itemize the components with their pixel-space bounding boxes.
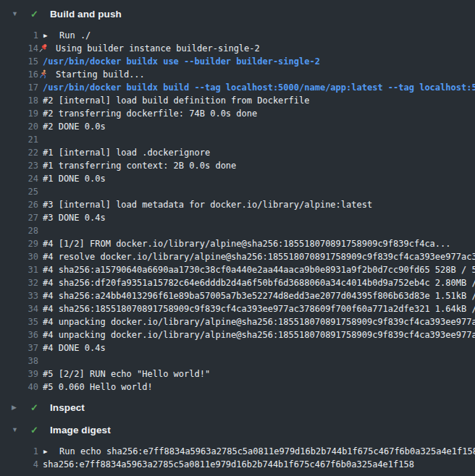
log-text: #4 sha256:a24bb4013296f61e89ba57005a7b3e… <box>43 289 475 302</box>
log-line: 29 #4 [1/2] FROM docker.io/library/alpin… <box>0 237 475 250</box>
run-group-chevron-icon[interactable]: ▶ <box>43 29 50 42</box>
log-line: 21 <box>0 133 475 146</box>
line-number[interactable]: 31 <box>0 263 38 276</box>
log-line: 34 #4 sha256:185518070891758909c9f839cf4… <box>0 302 475 315</box>
line-number[interactable]: 37 <box>0 341 38 354</box>
log-line: 20 #2 DONE 0.0s <box>0 120 475 133</box>
line-number[interactable]: 4 <box>0 458 38 471</box>
line-number[interactable]: 34 <box>0 302 38 315</box>
log-line: 36 #4 unpacking docker.io/library/alpine… <box>0 328 475 341</box>
log-text: #5 [2/2] RUN echo "Hello world!" <box>43 367 210 381</box>
line-number[interactable]: 27 <box>0 211 38 224</box>
log-line: 38 <box>0 354 475 367</box>
line-number[interactable]: 39 <box>0 367 38 381</box>
log-line: 22 #1 [internal] load .dockerignore <box>0 146 475 159</box>
log-section: ▼ ✓ Image digest 1 ▶Run echo sha256:e7ff… <box>0 420 475 471</box>
log-text: #3 DONE 0.4s <box>43 211 106 224</box>
line-number[interactable]: 35 <box>0 315 38 328</box>
log-line: 18 #2 [internal] load build definition f… <box>0 94 475 107</box>
actions-log-viewer: ▼ ✓ Build and push 1 ▶Run ./ 14 Using bu… <box>0 0 475 471</box>
log-text: #1 DONE 0.0s <box>43 172 106 185</box>
line-number[interactable]: 16 <box>0 68 38 81</box>
line-number[interactable]: 30 <box>0 250 38 263</box>
log-text: #2 transferring dockerfile: 74B 0.0s don… <box>43 107 257 120</box>
runner-icon <box>38 69 48 79</box>
log-text: Starting build... <box>56 68 145 81</box>
expand-toggle-icon[interactable]: ▶ <box>12 404 20 411</box>
log-text: #5 0.060 Hello world! <box>43 381 153 394</box>
log-line: 24 #1 DONE 0.0s <box>0 172 475 185</box>
line-number[interactable]: 36 <box>0 328 38 341</box>
log-line: 1 ▶Run echo sha256:e7ff8834a5963a2785c5a… <box>0 445 475 458</box>
section-lines: 1 ▶Run echo sha256:e7ff8834a5963a2785c5a… <box>0 445 475 471</box>
section-title: Inspect <box>50 402 85 413</box>
log-text: #4 sha256:df20fa9351a15782c64e6dddb2d4a6… <box>43 276 475 289</box>
log-line: 35 #4 unpacking docker.io/library/alpine… <box>0 315 475 328</box>
section-header[interactable]: ▼ ✓ Build and push <box>0 4 475 23</box>
log-line: 40 #5 0.060 Hello world! <box>0 381 475 394</box>
log-line: 15 /usr/bin/docker buildx use --builder … <box>0 55 475 68</box>
log-text: Run ./ <box>59 29 91 42</box>
log-text: #2 DONE 0.0s <box>43 120 106 133</box>
log-text: #1 [internal] load .dockerignore <box>43 146 210 159</box>
line-number[interactable]: 18 <box>0 94 38 107</box>
line-number[interactable]: 1 <box>0 445 38 458</box>
line-number[interactable]: 29 <box>0 237 38 250</box>
run-group-chevron-icon[interactable]: ▶ <box>43 445 50 458</box>
line-number[interactable]: 32 <box>0 276 38 289</box>
line-number[interactable]: 33 <box>0 289 38 302</box>
section-title: Image digest <box>50 425 111 435</box>
expand-toggle-icon[interactable]: ▼ <box>12 426 20 433</box>
log-line: 39 #5 [2/2] RUN echo "Hello world!" <box>0 367 475 381</box>
log-text: #4 unpacking docker.io/library/alpine@sh… <box>43 315 475 328</box>
line-number[interactable]: 28 <box>0 224 38 237</box>
log-line: 25 <box>0 185 475 198</box>
log-text: #2 [internal] load build definition from… <box>43 94 309 107</box>
section-header[interactable]: ▼ ✓ Image digest <box>0 420 475 439</box>
success-check-icon: ✓ <box>30 9 41 20</box>
success-check-icon: ✓ <box>30 425 41 435</box>
log-text: #4 sha256:185518070891758909c9f839cf4ca3… <box>43 302 475 315</box>
log-line: 28 <box>0 224 475 237</box>
line-number[interactable]: 20 <box>0 120 38 133</box>
line-number[interactable]: 19 <box>0 107 38 120</box>
log-text: #4 [1/2] FROM docker.io/library/alpine@s… <box>43 237 451 250</box>
log-text: #4 DONE 0.4s <box>43 341 106 354</box>
line-number[interactable]: 21 <box>0 133 38 146</box>
log-text: /usr/bin/docker buildx build --tag local… <box>43 81 475 94</box>
line-number[interactable]: 23 <box>0 159 38 172</box>
log-section: ▼ ✓ Build and push 1 ▶Run ./ 14 Using bu… <box>0 4 475 394</box>
log-text: #4 resolve docker.io/library/alpine@sha2… <box>43 250 475 263</box>
line-number[interactable]: 14 <box>0 42 38 55</box>
expand-toggle-icon[interactable]: ▼ <box>12 10 20 17</box>
log-text: /usr/bin/docker buildx use --builder bui… <box>43 55 320 68</box>
line-number[interactable]: 25 <box>0 185 38 198</box>
log-line: 16 Starting build... <box>0 68 475 81</box>
section-header[interactable]: ▶ ✓ Inspect <box>0 398 475 417</box>
section-lines: 1 ▶Run ./ 14 Using builder instance buil… <box>0 29 475 394</box>
log-sections: ▼ ✓ Build and push 1 ▶Run ./ 14 Using bu… <box>0 4 475 471</box>
line-number[interactable]: 40 <box>0 381 38 394</box>
line-number[interactable]: 17 <box>0 81 38 94</box>
log-line: 32 #4 sha256:df20fa9351a15782c64e6dddb2d… <box>0 276 475 289</box>
line-number[interactable]: 38 <box>0 354 38 367</box>
log-line: 26 #3 [internal] load metadata for docke… <box>0 198 475 211</box>
line-number[interactable]: 26 <box>0 198 38 211</box>
log-text: #1 transferring context: 2B 0.0s done <box>43 159 236 172</box>
line-number[interactable]: 15 <box>0 55 38 68</box>
log-line: 4 sha256:e7ff8834a5963a2785c5a0811e979d1… <box>0 458 475 471</box>
log-line: 1 ▶Run ./ <box>0 29 475 42</box>
log-text: #3 [internal] load metadata for docker.i… <box>43 198 372 211</box>
log-line: 27 #3 DONE 0.4s <box>0 211 475 224</box>
line-number[interactable]: 24 <box>0 172 38 185</box>
log-line: 37 #4 DONE 0.4s <box>0 341 475 354</box>
log-text: Run echo sha256:e7ff8834a5963a2785c5a081… <box>59 445 475 458</box>
line-number[interactable]: 22 <box>0 146 38 159</box>
line-number[interactable]: 1 <box>0 29 38 42</box>
log-line: 33 #4 sha256:a24bb4013296f61e89ba57005a7… <box>0 289 475 302</box>
log-line: 30 #4 resolve docker.io/library/alpine@s… <box>0 250 475 263</box>
log-text: sha256:e7ff8834a5963a2785c5a0811e979d16b… <box>43 458 414 471</box>
log-line: 31 #4 sha256:a15790640a6690aa1730c38cf0a… <box>0 263 475 276</box>
pin-icon <box>38 43 48 53</box>
log-text: #4 sha256:a15790640a6690aa1730c38cf0a440… <box>43 263 475 276</box>
